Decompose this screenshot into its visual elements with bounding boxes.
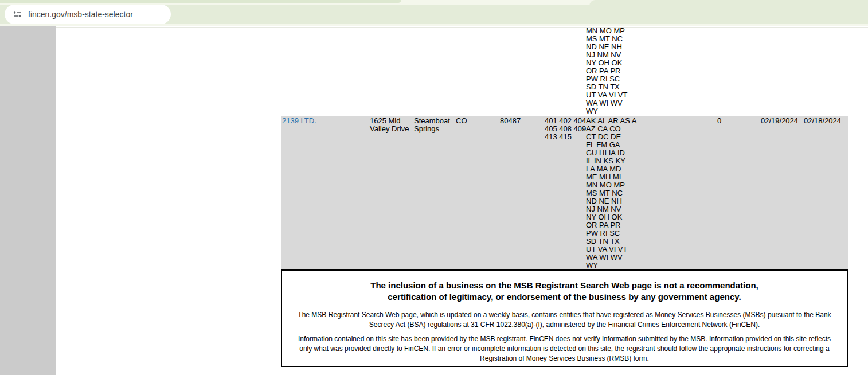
disclaimer-heading: The inclusion of a business on the MSB R…	[288, 280, 841, 303]
table-cell-date-1: 02/19/2024	[761, 117, 798, 125]
address-bar[interactable]: fincen.gov/msb-state-selector	[5, 5, 171, 24]
table-cell-state: CO	[456, 117, 467, 125]
page-left-gutter	[0, 26, 56, 375]
table-cell-city: Steamboat Springs	[414, 117, 450, 133]
table-cell-zip: 80487	[500, 117, 521, 125]
registrant-link[interactable]: 2139 LTD.	[282, 116, 316, 125]
table-cell-address: 1625 Mid Valley Drive	[370, 117, 409, 133]
table-cell-date-2: 02/18/2024	[804, 117, 841, 125]
disclaimer-paragraph-2: Information contained on this site has b…	[287, 334, 842, 364]
table-cell-states-of-activities: AK AL AR AS A AZ CA CO CT DC DE FL FM GA…	[586, 117, 636, 269]
browser-window: { "browser": { "url": "fincen.gov/msb-st…	[0, 0, 868, 375]
table-cell-branch-count: 0	[717, 117, 721, 125]
url-text: fincen.gov/msb-state-selector	[28, 10, 133, 19]
toolbar-band-corner	[589, 0, 868, 8]
site-settings-icon[interactable]	[12, 9, 22, 19]
previous-row-states-overflow: MN MO MP MS MT NC ND NE NH NJ NM NV NY O…	[586, 27, 627, 115]
table-row: 2139 LTD. 1625 Mid Valley Drive Steamboa…	[281, 116, 848, 269]
disclaimer-paragraph-1: The MSB Registrant Search Web page, whic…	[287, 310, 842, 330]
disclaimer-box: The inclusion of a business on the MSB R…	[281, 269, 848, 367]
toolbar-divider	[56, 27, 868, 28]
browser-toolbar: fincen.gov/msb-state-selector	[0, 0, 868, 26]
table-cell-msb-activities: 401 402 404 405 408 409 413 415	[545, 117, 586, 141]
table-cell-legal-name: 2139 LTD.	[282, 117, 316, 125]
tab-strip-fragment	[0, 0, 401, 3]
